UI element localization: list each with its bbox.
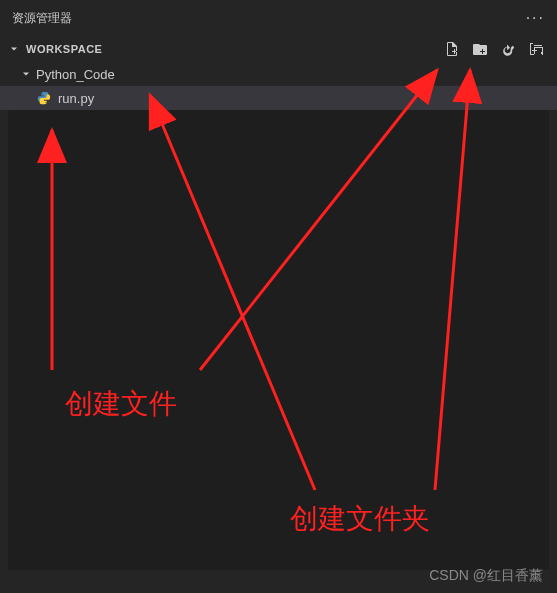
workspace-actions [443,40,549,58]
tree-file-run-py[interactable]: run.py [0,86,557,110]
refresh-icon[interactable] [499,40,517,58]
watermark-text: CSDN @红目香薰 [429,567,543,585]
editor-area [8,110,549,570]
tree-folder-python-code[interactable]: Python_Code [0,62,557,86]
chevron-down-icon [6,41,22,57]
collapse-all-icon[interactable] [527,40,545,58]
explorer-panel: 资源管理器 ··· WORKSPACE [0,0,557,593]
annotation-create-file: 创建文件 [65,385,177,423]
title-bar: 资源管理器 ··· [0,0,557,36]
file-label: run.py [58,91,94,106]
file-tree: Python_Code run.py [0,62,557,110]
new-file-icon[interactable] [443,40,461,58]
annotation-create-folder: 创建文件夹 [290,500,430,538]
python-file-icon [36,90,52,106]
workspace-title: WORKSPACE [26,43,102,55]
workspace-header-left: WORKSPACE [6,41,102,57]
panel-title: 资源管理器 [12,10,72,27]
workspace-header[interactable]: WORKSPACE [0,36,557,62]
new-folder-icon[interactable] [471,40,489,58]
more-actions-button[interactable]: ··· [526,9,545,27]
chevron-down-icon [18,66,34,82]
folder-label: Python_Code [36,67,115,82]
